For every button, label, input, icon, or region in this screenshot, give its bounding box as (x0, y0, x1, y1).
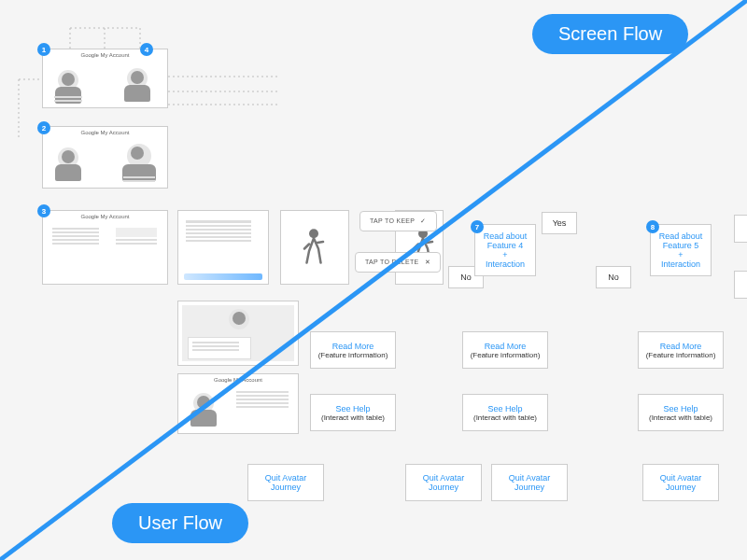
see-help-title: See Help (335, 404, 370, 413)
screen-thumbnail-2: Google My Account (42, 126, 168, 189)
feature-4-node[interactable]: Read about Feature 4 + Interaction (474, 224, 536, 276)
see-help-node[interactable]: See Help (Interact with table) (462, 394, 548, 431)
feature-plus: + (678, 250, 683, 259)
close-icon: ✕ (425, 259, 430, 265)
tap-delete-label: TAP TO DELETE (365, 259, 418, 265)
feature-line1: Read about (659, 231, 703, 241)
screen-title: Google My Account (43, 130, 167, 135)
quit-line1: Quit Avatar (265, 473, 306, 483)
card-placeholder (188, 337, 251, 359)
quit-line2: Journey (271, 483, 301, 492)
quit-journey-node[interactable]: Quit Avatar Journey (491, 464, 568, 501)
svg-point-20 (309, 229, 318, 238)
step-badge-2: 2 (37, 121, 50, 134)
progress-bar (184, 273, 262, 280)
feature-line2: Feature 4 (487, 241, 524, 250)
decision-no[interactable]: No (596, 266, 631, 288)
see-help-sub: (Interact with table) (321, 413, 385, 422)
tap-keep-chip[interactable]: TAP TO KEEP ✓ (359, 211, 437, 231)
feature-line3: Interaction (661, 259, 700, 269)
feature-5-node[interactable]: Read about Feature 5 + Interaction (650, 224, 712, 276)
see-help-node[interactable]: See Help (Interact with table) (638, 394, 724, 431)
step-badge-8: 8 (646, 220, 659, 233)
screen-flow-label: Screen Flow (532, 14, 688, 54)
check-icon: ✓ (420, 217, 426, 224)
screen-thumbnail-3b (177, 210, 269, 285)
avatar-torso (55, 164, 81, 181)
offscreen-node (734, 215, 747, 243)
tap-delete-chip[interactable]: TAP TO DELETE ✕ (355, 252, 441, 273)
step-badge-1: 1 (37, 43, 50, 56)
user-flow-label: User Flow (112, 503, 248, 543)
quit-journey-node[interactable]: Quit Avatar Journey (642, 464, 719, 501)
read-more-node[interactable]: Read More (Feature information) (310, 331, 396, 369)
screen-title: Google My Account (43, 214, 167, 219)
feature-line1: Read about (484, 231, 528, 241)
feature-line3: Interaction (486, 259, 525, 269)
avatar-torso (190, 410, 217, 427)
see-help-node[interactable]: See Help (Interact with table) (310, 394, 396, 431)
feature-plus: + (502, 250, 507, 259)
screen-thumbnail-1: Google My Account (42, 49, 168, 108)
read-more-node[interactable]: Read More (Feature information) (638, 331, 724, 369)
screen-thumbnail-3: Google My Account (42, 210, 168, 285)
quit-journey-node[interactable]: Quit Avatar Journey (405, 464, 482, 501)
screen-title: Google My Account (178, 377, 298, 383)
screen-thumbnail-3c (280, 210, 349, 285)
screen-thumbnail-low-2: Google My Account (177, 373, 299, 434)
read-more-node[interactable]: Read More (Feature information) (462, 331, 548, 369)
avatar-torso (124, 85, 150, 102)
decision-yes[interactable]: Yes (542, 212, 577, 234)
step-badge-4: 4 (140, 43, 153, 56)
diagram-canvas: Google My Account 1 4 Google My Account … (0, 0, 747, 560)
tap-keep-label: TAP TO KEEP (370, 217, 415, 224)
offscreen-node (734, 271, 747, 299)
read-more-sub: (Feature information) (318, 351, 388, 359)
step-badge-7: 7 (471, 220, 484, 233)
quit-journey-node[interactable]: Quit Avatar Journey (247, 464, 324, 501)
screen-thumbnail-low-1 (177, 301, 299, 366)
feature-line2: Feature 5 (663, 241, 699, 250)
walking-avatar-icon (302, 228, 326, 265)
read-more-title: Read More (332, 342, 374, 351)
step-badge-3: 3 (37, 204, 50, 217)
avatar-icon (229, 309, 249, 329)
